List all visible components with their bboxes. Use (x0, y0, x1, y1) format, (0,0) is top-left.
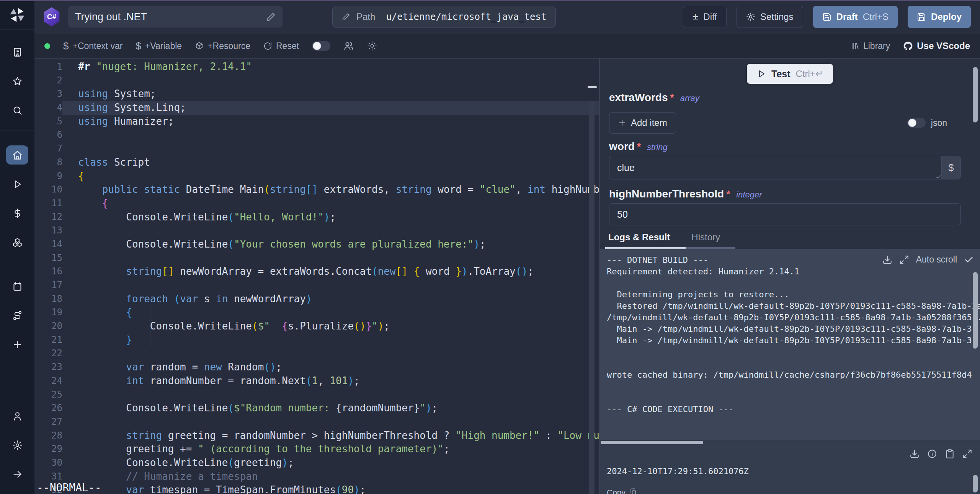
code-line[interactable]: 22 (34, 347, 599, 360)
diff-mode-toggle[interactable] (312, 41, 330, 51)
code-line[interactable]: 16 string[] newWordArray = extraWords.Co… (34, 265, 599, 279)
download-result-icon[interactable] (910, 449, 920, 459)
draft-button[interactable]: Draft Ctrl+S (813, 6, 898, 28)
add-context-var-button[interactable]: $ +Context var (63, 40, 123, 52)
code-text: Console.WriteLine($" {s.Pluralize()}"); (62, 320, 599, 333)
code-line[interactable]: 1#r "nuget: Humanizer, 2.14.1" (34, 60, 599, 74)
sidebar-item-settings[interactable] (6, 435, 28, 455)
code-line[interactable]: 27 (34, 415, 599, 429)
users-icon[interactable] (343, 41, 354, 51)
code-line[interactable]: 23 var random = new Random(); (34, 360, 599, 374)
windmill-logo[interactable] (0, 0, 34, 30)
expand-result-icon[interactable] (962, 449, 972, 459)
code-line[interactable]: 7 (34, 142, 599, 156)
code-text (62, 128, 599, 142)
code-line[interactable]: 19 { (34, 306, 599, 320)
settings-button[interactable]: Settings (737, 6, 803, 28)
sidebar-item-plus[interactable] (6, 335, 28, 354)
code-line[interactable]: 31 // Humanize a timespan (34, 470, 599, 484)
line-number: 11 (34, 197, 62, 210)
top-accent-line (0, 0, 980, 1)
code-line[interactable]: 28 string greeting = randomNumber > high… (34, 429, 599, 443)
log-horizontal-scrollbar[interactable] (600, 440, 980, 445)
save-icon (822, 12, 831, 21)
code-editor[interactable]: 1#r "nuget: Humanizer, 2.14.1"23using Sy… (34, 59, 600, 494)
code-line[interactable]: 9{ (34, 170, 599, 183)
field-label-extrawords: extraWords * array (609, 91, 971, 104)
edit-title-pencil-icon[interactable] (266, 12, 276, 21)
gear-icon[interactable] (367, 41, 377, 51)
insert-variable-button[interactable]: $ (941, 156, 960, 179)
field-label-word: word * string (609, 140, 971, 153)
code-line[interactable]: 8class Script (34, 156, 599, 170)
code-line[interactable]: 14 Console.WriteLine("Your chosen words … (34, 238, 599, 251)
use-vscode-button[interactable]: Use VScode (903, 41, 970, 51)
code-line[interactable]: 12 Console.WriteLine("Hello, World!"); (34, 210, 599, 224)
log-output[interactable]: --- DOTNET BUILD ---Requirement detected… (600, 249, 980, 445)
expand-logs-icon[interactable] (899, 255, 909, 265)
code-line[interactable]: 13 (34, 224, 599, 238)
sidebar-item-building[interactable] (6, 42, 28, 62)
code-line[interactable]: 29 greeting += " (according to the thres… (34, 442, 599, 456)
code-line[interactable]: 15 (34, 251, 599, 265)
deploy-button[interactable]: Deploy (908, 6, 971, 28)
add-item-button[interactable]: Add item (609, 112, 676, 134)
check-icon[interactable] (964, 255, 974, 265)
code-line[interactable]: 30 Console.WriteLine(greeting); (34, 456, 599, 470)
sidebar-item-dollar[interactable] (6, 204, 28, 223)
code-line[interactable]: 4using System.Linq; (34, 101, 599, 115)
code-line[interactable]: 6 (34, 128, 599, 142)
sidebar-item-play[interactable] (6, 174, 28, 194)
sidebar-group-main (0, 130, 34, 359)
code-line[interactable]: 18 foreach (var s in newWordArray) (34, 292, 599, 306)
log-line (607, 415, 980, 427)
code-lines: 1#r "nuget: Humanizer, 2.14.1"23using Sy… (34, 60, 599, 494)
code-line[interactable]: 5using Humanizer; (34, 115, 599, 129)
code-line[interactable]: 2 (34, 74, 599, 88)
code-line[interactable]: 32 var timespan = TimeSpan.FromMinutes(9… (34, 483, 599, 494)
sidebar-item-home[interactable] (6, 145, 28, 165)
code-line[interactable]: 24 int randomNumber = random.Next(1, 101… (34, 374, 599, 388)
tab-logs-result[interactable]: Logs & Result (608, 232, 670, 243)
log-scrollbar[interactable] (973, 272, 978, 349)
sidebar-item-search[interactable] (6, 101, 28, 120)
editor-scrollbar[interactable] (589, 101, 595, 494)
tab-history[interactable]: History (691, 232, 720, 243)
code-line[interactable]: 25 (34, 388, 599, 402)
sidebar-item-arrow-right[interactable] (6, 465, 28, 484)
sidebar-item-boxes[interactable] (6, 233, 28, 252)
word-input[interactable] (609, 156, 941, 179)
form-scrollbar[interactable] (973, 67, 978, 122)
sidebar-item-star[interactable] (6, 72, 28, 91)
clipboard-icon[interactable] (945, 449, 955, 459)
threshold-input[interactable] (609, 204, 960, 225)
info-icon[interactable] (927, 449, 937, 459)
reset-label: Reset (276, 41, 299, 51)
result-scrollbar[interactable] (973, 475, 978, 492)
download-logs-icon[interactable] (882, 255, 892, 265)
script-title-input[interactable]: Trying out .NET (68, 6, 283, 28)
test-button-label: Test (771, 68, 791, 80)
code-line[interactable]: 17 (34, 279, 599, 292)
sidebar-item-route[interactable] (6, 306, 28, 325)
library-button[interactable]: Library (851, 41, 890, 51)
library-label: Library (863, 41, 890, 51)
copy-result-button[interactable]: Copy (607, 488, 637, 494)
line-number: 13 (34, 224, 62, 238)
code-line[interactable]: 11 { (34, 197, 599, 210)
code-line[interactable]: 10 public static DateTime Main(string[] … (34, 183, 599, 197)
path-editor[interactable]: Path u/etienne/microsoft_java_test (332, 6, 556, 28)
sidebar-item-calendar[interactable] (6, 277, 28, 296)
code-line[interactable]: 26 Console.WriteLine($"Random number: {r… (34, 401, 599, 415)
code-line[interactable]: 20 Console.WriteLine($" {s.Pluralize()}"… (34, 320, 599, 333)
test-button[interactable]: Test Ctrl+↵ (747, 64, 833, 84)
add-resource-button[interactable]: +Resource (195, 41, 250, 51)
sidebar-item-user[interactable] (6, 406, 28, 426)
diff-button[interactable]: ± Diff (683, 6, 727, 28)
add-variable-button[interactable]: $ +Variable (136, 40, 182, 52)
code-line[interactable]: 3using System; (34, 87, 599, 101)
reset-button[interactable]: Reset (263, 41, 299, 51)
code-line[interactable]: 21 } (34, 333, 599, 347)
panel-resize-handle[interactable] (588, 86, 597, 88)
json-toggle[interactable] (907, 118, 926, 128)
